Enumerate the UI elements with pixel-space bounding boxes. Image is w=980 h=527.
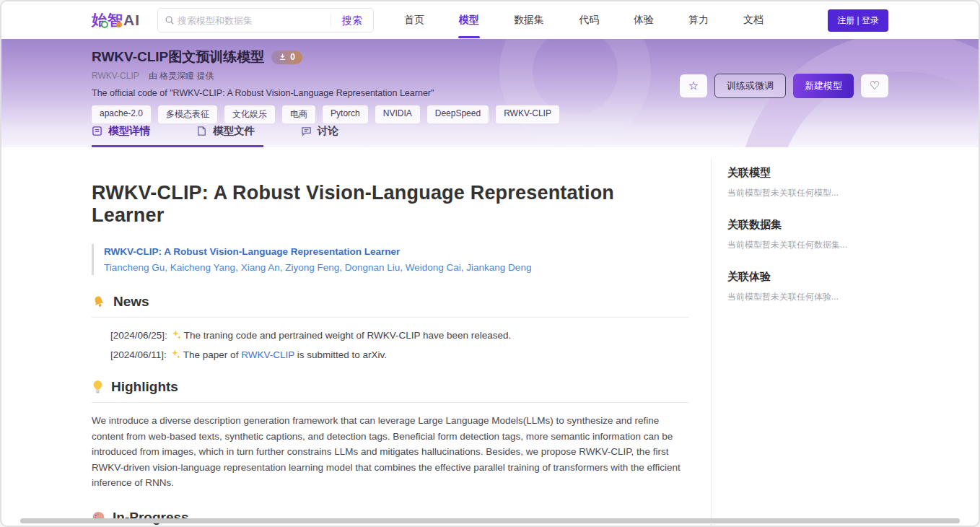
- model-readme: RWKV-CLIP: A Robust Vision-Language Repr…: [92, 159, 711, 527]
- nav-models[interactable]: 模型: [459, 14, 479, 27]
- tab-label: 模型文件: [213, 124, 255, 138]
- nav-experience[interactable]: 体验: [634, 14, 654, 27]
- chat-bubble-icon: [301, 126, 312, 136]
- related-experience-section: 关联体验 当前模型暂未关联任何体验...: [727, 270, 888, 303]
- related-experience-empty: 当前模型暂未关联任何体验...: [727, 291, 888, 303]
- news-date: [2024/06/25]:: [110, 330, 167, 341]
- tag[interactable]: NVIDIA: [375, 105, 420, 123]
- related-datasets-empty: 当前模型暂未关联任何数据集...: [727, 239, 888, 251]
- tab-label: 讨论: [318, 124, 338, 138]
- news-item: [2024/06/11]:The paper of RWKV-CLIP is s…: [92, 349, 689, 360]
- tab-model-details[interactable]: 模型详情: [92, 124, 150, 147]
- banner-actions: ☆ 训练或微调 新建模型 ♡: [680, 74, 888, 98]
- downloads-count: 0: [290, 52, 295, 62]
- tag[interactable]: Pytorch: [323, 105, 368, 123]
- content-area: RWKV-CLIP: A Robust Vision-Language Repr…: [92, 147, 888, 527]
- tab-discussion[interactable]: 讨论: [301, 124, 338, 147]
- tag[interactable]: apache-2.0: [92, 105, 151, 123]
- news-text: The paper of: [183, 349, 241, 360]
- repo-name[interactable]: RWKV-CLIP: [92, 71, 139, 81]
- nav-code[interactable]: 代码: [579, 14, 599, 27]
- related-datasets-section: 关联数据集 当前模型暂未关联任何数据集...: [727, 218, 888, 251]
- document-lines-icon: [92, 126, 102, 136]
- bulb-icon: [92, 380, 104, 394]
- site-logo[interactable]: 始智AI: [92, 10, 140, 30]
- downloads-badge: 0: [271, 51, 302, 64]
- model-title: RWKV-CLIP图文预训练模型: [92, 48, 264, 66]
- tab-label: 模型详情: [108, 124, 150, 138]
- page-title: RWKV-CLIP: A Robust Vision-Language Repr…: [92, 182, 689, 227]
- logo-suffix-text: AI: [123, 12, 140, 28]
- rwkv-clip-paper-link[interactable]: RWKV-CLIP: [241, 349, 294, 360]
- tag[interactable]: RWKV-CLIP: [496, 105, 559, 123]
- related-models-empty: 当前模型暂未关联任何模型...: [727, 187, 888, 199]
- sparkles-icon: [171, 329, 182, 340]
- logo-brand-text: 始智: [92, 12, 123, 28]
- related-datasets-title: 关联数据集: [727, 218, 888, 232]
- nav-home[interactable]: 首页: [404, 14, 424, 27]
- bell-icon: [92, 295, 106, 309]
- news-heading-text: News: [113, 294, 149, 310]
- tag-list: apache-2.0 多模态表征 文化娱乐 电商 Pytorch NVIDIA …: [92, 105, 888, 123]
- tag[interactable]: 多模态表征: [158, 105, 217, 123]
- divider: [92, 317, 689, 318]
- horizontal-scrollbar[interactable]: [20, 518, 960, 523]
- highlights-heading: Highlights: [92, 379, 689, 395]
- search-box: 搜索: [157, 8, 374, 32]
- search-button[interactable]: 搜索: [331, 13, 373, 27]
- star-button[interactable]: ☆: [680, 74, 707, 97]
- search-icon: [158, 15, 178, 25]
- model-hero-banner: RWKV-CLIP图文预训练模型 0 RWKV-CLIP 由 格灵深瞳 提供 T…: [1, 39, 979, 147]
- browser-viewport: 始智AI 搜索 首页 模型 数据集 代码 体验 算力 文档 注册 | 登录: [0, 0, 980, 527]
- tab-model-files[interactable]: 模型文件: [196, 124, 255, 147]
- tag[interactable]: 电商: [282, 105, 315, 123]
- favorite-button[interactable]: ♡: [861, 74, 888, 97]
- news-text: is submitted to arXiv.: [294, 349, 387, 360]
- model-tabs: 模型详情 模型文件 讨论: [92, 124, 888, 147]
- tag[interactable]: 文化娱乐: [224, 105, 275, 123]
- news-heading: News: [92, 294, 689, 310]
- nav-datasets[interactable]: 数据集: [514, 14, 544, 27]
- sparkles-icon: [170, 349, 181, 360]
- search-input[interactable]: [178, 15, 331, 26]
- related-models-title: 关联模型: [727, 166, 888, 180]
- primary-nav: 首页 模型 数据集 代码 体验 算力 文档: [404, 14, 764, 27]
- paper-authors[interactable]: Tiancheng Gu, Kaicheng Yang, Xiang An, Z…: [104, 262, 689, 273]
- top-navbar: 始智AI 搜索 首页 模型 数据集 代码 体验 算力 文档 注册 | 登录: [1, 1, 979, 39]
- tag[interactable]: DeepSpeed: [427, 105, 489, 123]
- nav-compute[interactable]: 算力: [688, 14, 709, 27]
- paper-citation: RWKV-CLIP: A Robust Vision-Language Repr…: [92, 244, 689, 275]
- related-sidebar: 关联模型 当前模型暂未关联任何模型... 关联数据集 当前模型暂未关联任何数据集…: [711, 159, 888, 527]
- news-date: [2024/06/11]:: [110, 349, 167, 360]
- provider-text: 由 格灵深瞳 提供: [149, 71, 214, 81]
- file-icon: [196, 126, 207, 136]
- news-item: [2024/06/25]:The traning code and pertra…: [92, 329, 689, 341]
- related-experience-title: 关联体验: [727, 270, 888, 284]
- create-model-button[interactable]: 新建模型: [793, 74, 854, 98]
- nav-docs[interactable]: 文档: [743, 14, 764, 27]
- download-icon: [279, 53, 286, 61]
- highlights-heading-text: Highlights: [111, 379, 178, 395]
- divider: [92, 402, 689, 403]
- news-text: The traning code and pertrained weight o…: [184, 330, 512, 341]
- highlights-paragraph: We introduce a diverse description gener…: [92, 413, 689, 491]
- related-models-section: 关联模型 当前模型暂未关联任何模型...: [727, 166, 888, 199]
- paper-title-link[interactable]: RWKV-CLIP: A Robust Vision-Language Repr…: [104, 246, 689, 257]
- train-finetune-button[interactable]: 训练或微调: [714, 74, 786, 98]
- register-login-button[interactable]: 注册 | 登录: [828, 9, 888, 32]
